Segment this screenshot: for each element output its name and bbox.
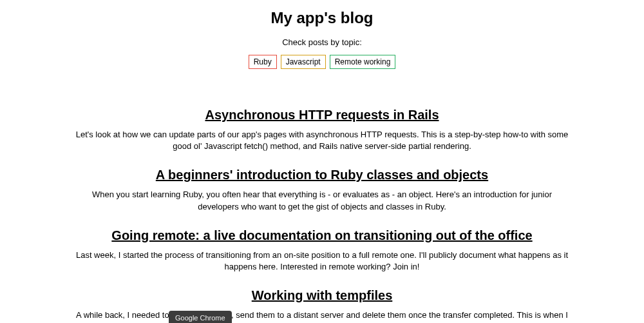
post-excerpt: Last week, I started the process of tran…	[71, 250, 573, 273]
post-item: Working with tempfiles A while back, I n…	[58, 288, 586, 323]
dock-item-chrome[interactable]: Google Chrome	[169, 311, 232, 323]
post-excerpt: When you start learning Ruby, you often …	[71, 189, 573, 212]
post-excerpt: Let's look at how we can update parts of…	[71, 129, 573, 152]
topic-subtitle: Check posts by topic:	[0, 37, 644, 47]
topic-tags: Ruby Javascript Remote working	[0, 55, 644, 69]
blog-header: My app's blog Check posts by topic: Ruby…	[0, 9, 644, 69]
dock: Google Chrome	[169, 311, 232, 323]
post-title-link[interactable]: Working with tempfiles	[58, 288, 586, 303]
blog-title: My app's blog	[0, 9, 644, 27]
post-title-link[interactable]: Going remote: a live documentation on tr…	[58, 228, 586, 243]
post-item: A beginners' introduction to Ruby classe…	[58, 168, 586, 212]
posts-list: Asynchronous HTTP requests in Rails Let'…	[58, 108, 586, 323]
post-item: Asynchronous HTTP requests in Rails Let'…	[58, 108, 586, 152]
post-excerpt: A while back, I needed to create XML fil…	[71, 309, 573, 323]
tag-javascript[interactable]: Javascript	[281, 55, 326, 69]
post-title-link[interactable]: A beginners' introduction to Ruby classe…	[58, 168, 586, 182]
post-title-link[interactable]: Asynchronous HTTP requests in Rails	[58, 108, 586, 122]
tag-remote-working[interactable]: Remote working	[330, 55, 396, 69]
post-item: Going remote: a live documentation on tr…	[58, 228, 586, 273]
tag-ruby[interactable]: Ruby	[249, 55, 277, 69]
